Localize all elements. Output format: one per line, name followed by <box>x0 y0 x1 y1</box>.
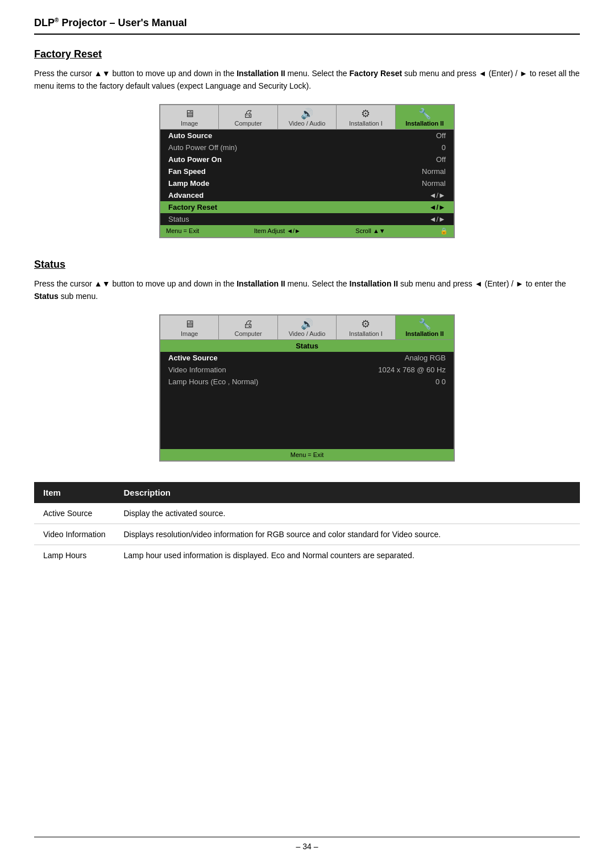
table-header-item: Item <box>34 482 114 503</box>
osd-row-status: Status ◄/► <box>160 213 454 225</box>
osd-footer-1: Menu = Exit Item Adjust ◄/► Scroll ▲▼ 🔒 <box>160 225 454 237</box>
status-desc: Press the cursor ▲▼ button to move up an… <box>34 277 580 303</box>
table-cell-item-active-source: Active Source <box>34 503 114 524</box>
osd-body-2: Status Active Source Analog RGB Video In… <box>160 340 454 449</box>
image-tab-label: Image <box>181 120 198 127</box>
advanced-value: ◄/► <box>429 191 446 200</box>
table-cell-item-video-info: Video Information <box>34 524 114 545</box>
factory-reset-row-value: ◄/► <box>429 203 446 211</box>
table-cell-item-lamp-hours: Lamp Hours <box>34 545 114 566</box>
osd2-tab-video-audio: 🔊 Video / Audio <box>278 315 337 339</box>
osd2-installation-ii-icon: 🔧 <box>398 319 451 329</box>
osd-tab-installation-i: ⚙ Installation I <box>337 105 395 129</box>
table-header-desc: Description <box>114 482 580 503</box>
osd-row-factory-reset: Factory Reset ◄/► <box>160 201 454 213</box>
osd2-row-empty-2 <box>160 403 454 418</box>
auto-power-off-label: Auto Power Off (min) <box>168 143 237 152</box>
status-row-label: Status <box>168 215 189 223</box>
footer-scroll: Scroll ▲▼ <box>355 227 385 234</box>
description-table: Item Description Active Source Display t… <box>34 482 580 566</box>
osd-tab-video-audio: 🔊 Video / Audio <box>278 105 337 129</box>
footer-menu-exit: Menu = Exit <box>166 227 199 234</box>
status-desc-bold-3: Status <box>34 292 59 301</box>
osd2-row-video-info: Video Information 1024 x 768 @ 60 Hz <box>160 364 454 376</box>
page: DLP® Projector – User's Manual Factory R… <box>0 0 614 868</box>
table-cell-desc-video-info: Displays resolution/video information fo… <box>114 524 580 545</box>
auto-power-on-value: Off <box>436 155 446 164</box>
lamp-mode-label: Lamp Mode <box>168 179 209 188</box>
table-row: Video Information Displays resolution/vi… <box>34 524 580 545</box>
osd2-row-active-source: Active Source Analog RGB <box>160 352 454 364</box>
osd2-tab-installation-ii: 🔧 Installation II <box>396 315 454 339</box>
osd-row-advanced: Advanced ◄/► <box>160 189 454 201</box>
computer-tab-icon: 🖨 <box>221 109 275 119</box>
video-audio-tab-icon: 🔊 <box>280 109 334 119</box>
osd-tabs-2: 🖥 Image 🖨 Computer 🔊 Video / Audio ⚙ Ins… <box>160 315 454 340</box>
status-desc-3: sub menu and press ◄ (Enter) / ► to ente… <box>398 279 566 288</box>
factory-reset-desc: Press the cursor ▲▼ button to move up an… <box>34 67 580 93</box>
osd-footer-2: Menu = Exit <box>160 449 454 460</box>
osd2-row-empty-4 <box>160 434 454 449</box>
osd-tab-image: 🖥 Image <box>160 105 219 129</box>
installation-i-tab-label: Installation I <box>349 120 383 127</box>
osd2-section-title: Status <box>160 340 454 352</box>
osd2-footer-label: Menu = Exit <box>291 451 323 458</box>
installation-ii-tab-icon: 🔧 <box>398 109 451 119</box>
active-source-value: Analog RGB <box>405 354 446 362</box>
osd2-computer-label: Computer <box>234 330 262 337</box>
osd-row-auto-source: Auto Source Off <box>160 130 454 142</box>
table-cell-desc-lamp-hours: Lamp hour used information is displayed.… <box>114 545 580 566</box>
desc-bold-2: Factory Reset <box>350 69 403 78</box>
table-cell-desc-active-source: Display the activated source. <box>114 503 580 524</box>
installation-ii-tab-label: Installation II <box>405 120 443 127</box>
footer-lock-icon: 🔒 <box>440 227 448 235</box>
advanced-label: Advanced <box>168 191 204 200</box>
active-source-label: Active Source <box>168 354 218 362</box>
osd-body-1: Auto Source Off Auto Power Off (min) 0 A… <box>160 130 454 225</box>
auto-power-off-value: 0 <box>442 143 446 152</box>
osd2-image-label: Image <box>181 330 198 337</box>
table-row: Lamp Hours Lamp hour used information is… <box>34 545 580 566</box>
video-info-label: Video Information <box>168 366 226 374</box>
osd2-row-lamp-hours: Lamp Hours (Eco , Normal) 0 0 <box>160 376 454 388</box>
desc-text-1: Press the cursor ▲▼ button to move up an… <box>34 69 237 78</box>
page-title: DLP® Projector – User's Manual <box>34 17 187 28</box>
factory-reset-title: Factory Reset <box>34 48 580 60</box>
osd2-video-audio-icon: 🔊 <box>280 319 334 329</box>
osd-tabs-1: 🖥 Image 🖨 Computer 🔊 Video / Audio ⚙ Ins… <box>160 105 454 130</box>
status-section: Status Press the cursor ▲▼ button to mov… <box>34 259 580 462</box>
osd-row-lamp-mode: Lamp Mode Normal <box>160 177 454 189</box>
factory-reset-section: Factory Reset Press the cursor ▲▼ button… <box>34 48 580 238</box>
fan-speed-label: Fan Speed <box>168 167 206 176</box>
status-desc-2: menu. Select the <box>285 279 350 288</box>
osd-tab-computer: 🖨 Computer <box>219 105 277 129</box>
status-desc-bold-2: Installation II <box>350 279 399 288</box>
auto-source-label: Auto Source <box>168 131 212 140</box>
osd-row-auto-power-on: Auto Power On Off <box>160 153 454 165</box>
fan-speed-value: Normal <box>422 167 446 176</box>
table-row: Active Source Display the activated sour… <box>34 503 580 524</box>
osd-row-auto-power-off: Auto Power Off (min) 0 <box>160 142 454 153</box>
video-info-value: 1024 x 768 @ 60 Hz <box>378 366 446 374</box>
installation-i-tab-icon: ⚙ <box>339 109 392 119</box>
osd2-tab-image: 🖥 Image <box>160 315 219 339</box>
osd-menu-1: 🖥 Image 🖨 Computer 🔊 Video / Audio ⚙ Ins… <box>159 104 455 238</box>
osd2-installation-i-icon: ⚙ <box>339 319 392 329</box>
image-tab-icon: 🖥 <box>163 109 216 119</box>
osd-tab-installation-ii: 🔧 Installation II <box>396 105 454 129</box>
osd2-video-audio-label: Video / Audio <box>289 330 326 337</box>
desc-text-2: menu. Select the <box>285 69 350 78</box>
status-desc-1: Press the cursor ▲▼ button to move up an… <box>34 279 237 288</box>
computer-tab-label: Computer <box>234 120 262 127</box>
factory-reset-row-label: Factory Reset <box>168 203 217 211</box>
header-subtitle: Projector – User's Manual <box>59 17 186 28</box>
status-row-value: ◄/► <box>429 215 446 223</box>
auto-source-value: Off <box>436 131 446 140</box>
osd-menu-2: 🖥 Image 🖨 Computer 🔊 Video / Audio ⚙ Ins… <box>159 314 455 462</box>
header-title-text: DLP <box>34 17 55 28</box>
footer-item-adjust: Item Adjust ◄/► <box>254 227 301 234</box>
lamp-mode-value: Normal <box>422 179 446 188</box>
osd2-row-empty-1 <box>160 388 454 403</box>
osd2-row-empty-3 <box>160 418 454 434</box>
osd2-computer-icon: 🖨 <box>221 319 275 329</box>
